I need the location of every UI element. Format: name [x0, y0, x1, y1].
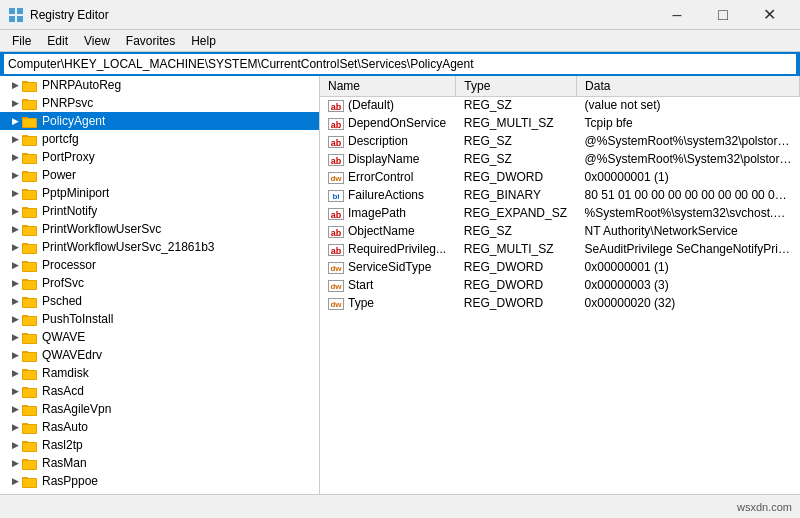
tree-item[interactable]: ▶ Processor [0, 256, 319, 274]
tree-item[interactable]: ▶ PolicyAgent [0, 112, 319, 130]
folder-icon [22, 150, 38, 164]
tree-item[interactable]: ▶ RasAgileVpn [0, 400, 319, 418]
window-controls: – □ ✕ [654, 0, 792, 30]
table-row[interactable]: dwServiceSidTypeREG_DWORD0x00000001 (1) [320, 258, 800, 276]
cell-name: dwErrorControl [320, 168, 456, 186]
tree-item[interactable]: ▶ PrintWorkflowUserSvc [0, 220, 319, 238]
close-button[interactable]: ✕ [746, 0, 792, 30]
tree-item-label: RasSrtp [42, 492, 85, 494]
tree-item[interactable]: ▶ QWAVE [0, 328, 319, 346]
maximize-button[interactable]: □ [700, 0, 746, 30]
folder-icon [22, 78, 38, 92]
cell-type: REG_SZ [456, 222, 577, 240]
tree-item[interactable]: ▶ RasPppoe [0, 472, 319, 490]
table-row[interactable]: abDescriptionREG_SZ@%SystemRoot%\system3… [320, 132, 800, 150]
menu-bar: File Edit View Favorites Help [0, 30, 800, 52]
tree-item[interactable]: ▶ Rasl2tp [0, 436, 319, 454]
folder-icon [22, 276, 38, 290]
tree-item[interactable]: ▶ PNRPAutoReg [0, 76, 319, 94]
value-type-icon: ab [328, 136, 344, 148]
table-row[interactable]: dwTypeREG_DWORD0x00000020 (32) [320, 294, 800, 312]
menu-favorites[interactable]: Favorites [118, 32, 183, 50]
table-row[interactable]: ab(Default)REG_SZ(value not set) [320, 96, 800, 114]
svg-rect-63 [23, 425, 36, 433]
main-content: ▶ PNRPAutoReg▶ PNRPsvc▶ PolicyAgent▶ por… [0, 76, 800, 494]
table-row[interactable]: dwStartREG_DWORD0x00000003 (3) [320, 276, 800, 294]
table-row[interactable]: dwErrorControlREG_DWORD0x00000001 (1) [320, 168, 800, 186]
table-row[interactable]: abDependOnServiceREG_MULTI_SZTcpip bfe [320, 114, 800, 132]
cell-type: REG_SZ [456, 96, 577, 114]
table-row[interactable]: abObjectNameREG_SZNT Authority\NetworkSe… [320, 222, 800, 240]
value-type-icon: ab [328, 118, 344, 130]
tree-item[interactable]: ▶ PNRPsvc [0, 94, 319, 112]
cell-type: REG_MULTI_SZ [456, 240, 577, 258]
folder-icon [22, 258, 38, 272]
menu-help[interactable]: Help [183, 32, 224, 50]
cell-name: ab(Default) [320, 96, 456, 114]
tree-item-label: RasPppoe [42, 474, 98, 488]
menu-edit[interactable]: Edit [39, 32, 76, 50]
svg-rect-66 [23, 443, 36, 451]
chevron-right-icon: ▶ [8, 314, 22, 324]
tree-item[interactable]: ▶ PrintWorkflowUserSvc_21861b3 [0, 238, 319, 256]
chevron-right-icon: ▶ [8, 440, 22, 450]
cell-type: REG_SZ [456, 132, 577, 150]
tree-item-label: PptpMiniport [42, 186, 109, 200]
tree-item-label: Psched [42, 294, 82, 308]
chevron-right-icon: ▶ [8, 368, 22, 378]
address-input[interactable] [4, 54, 796, 74]
chevron-right-icon: ▶ [8, 152, 22, 162]
svg-rect-45 [23, 317, 36, 325]
svg-rect-48 [23, 335, 36, 343]
col-name[interactable]: Name [320, 76, 456, 96]
tree-item[interactable]: ▶ portcfg [0, 130, 319, 148]
table-row[interactable]: abImagePathREG_EXPAND_SZ%SystemRoot%\sys… [320, 204, 800, 222]
tree-item[interactable]: ▶ PrintNotify [0, 202, 319, 220]
cell-name: dwType [320, 294, 456, 312]
value-type-icon: bi [328, 190, 344, 202]
tree-item[interactable]: ▶ Psched [0, 292, 319, 310]
tree-item[interactable]: ▶ PortProxy [0, 148, 319, 166]
tree-item[interactable]: ▶ RasSrtp [0, 490, 319, 494]
tree-item[interactable]: ▶ PushToInstall [0, 310, 319, 328]
cell-type: REG_DWORD [456, 168, 577, 186]
tree-item[interactable]: ▶ RasAuto [0, 418, 319, 436]
table-row[interactable]: abRequiredPrivileg...REG_MULTI_SZSeAudit… [320, 240, 800, 258]
tree-item[interactable]: ▶ PptpMiniport [0, 184, 319, 202]
cell-type: REG_SZ [456, 150, 577, 168]
tree-item[interactable]: ▶ Power [0, 166, 319, 184]
svg-rect-42 [23, 299, 36, 307]
tree-item[interactable]: ▶ RasAcd [0, 382, 319, 400]
svg-rect-15 [23, 137, 36, 145]
chevron-right-icon: ▶ [8, 278, 22, 288]
address-bar [0, 52, 800, 76]
tree-item[interactable]: ▶ QWAVEdrv [0, 346, 319, 364]
table-row[interactable]: biFailureActionsREG_BINARY80 51 01 00 00… [320, 186, 800, 204]
tree-item[interactable]: ▶ ProfSvc [0, 274, 319, 292]
cell-name: dwServiceSidType [320, 258, 456, 276]
tree-item-label: Rasl2tp [42, 438, 83, 452]
status-bar: wsxdn.com [0, 494, 800, 518]
folder-icon [22, 474, 38, 488]
menu-file[interactable]: File [4, 32, 39, 50]
table-row[interactable]: abDisplayNameREG_SZ@%SystemRoot%\System3… [320, 150, 800, 168]
chevron-right-icon: ▶ [8, 80, 22, 90]
chevron-right-icon: ▶ [8, 188, 22, 198]
tree-item-label: PushToInstall [42, 312, 113, 326]
cell-type: REG_EXPAND_SZ [456, 204, 577, 222]
tree-item[interactable]: ▶ RasMan [0, 454, 319, 472]
col-data[interactable]: Data [577, 76, 800, 96]
values-table: Name Type Data ab(Default)REG_SZ(value n… [320, 76, 800, 312]
tree-item[interactable]: ▶ Ramdisk [0, 364, 319, 382]
col-type[interactable]: Type [456, 76, 577, 96]
tree-item-label: PNRPAutoReg [42, 78, 121, 92]
folder-icon [22, 456, 38, 470]
menu-view[interactable]: View [76, 32, 118, 50]
value-type-icon: dw [328, 262, 344, 274]
svg-rect-21 [23, 173, 36, 181]
tree-item-label: Ramdisk [42, 366, 89, 380]
minimize-button[interactable]: – [654, 0, 700, 30]
tree-item-label: PrintNotify [42, 204, 97, 218]
svg-rect-2 [9, 16, 15, 22]
cell-type: REG_BINARY [456, 186, 577, 204]
